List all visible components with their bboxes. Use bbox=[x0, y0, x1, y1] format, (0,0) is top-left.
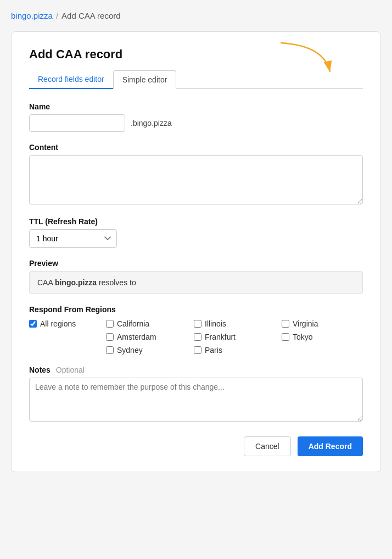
notes-label: Notes Optional bbox=[29, 366, 363, 374]
region-amsterdam-checkbox[interactable] bbox=[106, 333, 114, 341]
region-virginia-label: Virginia bbox=[293, 319, 318, 328]
region-tokyo: Tokyo bbox=[282, 333, 359, 341]
breadcrumb: bingo.pizza / Add CAA record bbox=[11, 11, 381, 20]
content-textarea[interactable] bbox=[29, 155, 363, 204]
region-sydney-checkbox[interactable] bbox=[106, 346, 114, 354]
region-paris-label: Paris bbox=[205, 346, 222, 355]
regions-label: Respond From Regions bbox=[29, 305, 363, 314]
region-frankfurt-checkbox[interactable] bbox=[194, 333, 201, 341]
page-title: Add CAA record bbox=[29, 47, 363, 62]
preview-section: Preview CAA bingo.pizza resolves to bbox=[29, 259, 363, 294]
region-virginia-checkbox[interactable] bbox=[282, 320, 289, 328]
regions-grid: All regions California Illinois Virginia… bbox=[29, 319, 363, 355]
region-illinois: Illinois bbox=[194, 319, 282, 328]
main-card: Add CAA record Record fields editor Simp… bbox=[11, 31, 381, 472]
tabs-bar: Record fields editor Simple editor bbox=[29, 70, 363, 89]
region-tokyo-checkbox[interactable] bbox=[282, 333, 289, 341]
region-california-label: California bbox=[117, 319, 149, 328]
region-frankfurt-label: Frankfurt bbox=[205, 333, 236, 341]
ttl-label: TTL (Refresh Rate) bbox=[29, 217, 363, 226]
tab-container: Record fields editor Simple editor bbox=[29, 70, 363, 89]
ttl-select[interactable]: Auto 1 minute 2 minutes 5 minutes 10 min… bbox=[29, 229, 117, 248]
region-sydney-label: Sydney bbox=[117, 346, 143, 355]
preview-text-1: CAA bbox=[37, 278, 55, 287]
breadcrumb-separator: / bbox=[56, 11, 58, 20]
tab-simple-editor[interactable]: Simple editor bbox=[113, 70, 177, 89]
domain-suffix: .bingo.pizza bbox=[131, 119, 172, 128]
region-amsterdam-label: Amsterdam bbox=[117, 333, 156, 341]
name-row: .bingo.pizza bbox=[29, 114, 363, 132]
region-all-regions: All regions bbox=[29, 319, 106, 328]
add-record-button[interactable]: Add Record bbox=[298, 436, 363, 456]
content-label: Content bbox=[29, 143, 363, 152]
name-input[interactable] bbox=[29, 114, 125, 132]
region-tokyo-label: Tokyo bbox=[293, 333, 313, 341]
region-sydney: Sydney bbox=[106, 346, 194, 355]
button-row: Cancel Add Record bbox=[29, 436, 363, 456]
region-california-checkbox[interactable] bbox=[106, 320, 114, 328]
preview-bold: bingo.pizza bbox=[55, 278, 97, 287]
region-all-regions-label: All regions bbox=[40, 319, 76, 328]
tab-record-fields[interactable]: Record fields editor bbox=[29, 70, 113, 89]
breadcrumb-current: Add CAA record bbox=[61, 11, 121, 20]
notes-textarea[interactable] bbox=[29, 378, 363, 422]
name-section: Name .bingo.pizza bbox=[29, 102, 363, 132]
name-label: Name bbox=[29, 102, 363, 111]
cancel-button[interactable]: Cancel bbox=[244, 436, 291, 456]
region-california: California bbox=[106, 319, 194, 328]
preview-label: Preview bbox=[29, 259, 363, 268]
preview-box: CAA bingo.pizza resolves to bbox=[29, 271, 363, 294]
content-section: Content bbox=[29, 143, 363, 206]
regions-section: Respond From Regions All regions Califor… bbox=[29, 305, 363, 355]
preview-text-2: resolves to bbox=[97, 278, 136, 287]
region-paris: Paris bbox=[194, 346, 282, 355]
region-illinois-checkbox[interactable] bbox=[194, 320, 201, 328]
breadcrumb-link[interactable]: bingo.pizza bbox=[11, 11, 53, 20]
region-paris-checkbox[interactable] bbox=[194, 346, 201, 354]
region-frankfurt: Frankfurt bbox=[194, 333, 282, 341]
ttl-section: TTL (Refresh Rate) Auto 1 minute 2 minut… bbox=[29, 217, 363, 248]
notes-label-text: Notes bbox=[29, 366, 51, 374]
region-all-regions-checkbox[interactable] bbox=[29, 320, 37, 328]
region-illinois-label: Illinois bbox=[205, 319, 226, 328]
notes-optional-text: Optional bbox=[56, 366, 85, 374]
notes-section: Notes Optional bbox=[29, 366, 363, 423]
region-amsterdam: Amsterdam bbox=[106, 333, 194, 341]
region-virginia: Virginia bbox=[282, 319, 359, 328]
